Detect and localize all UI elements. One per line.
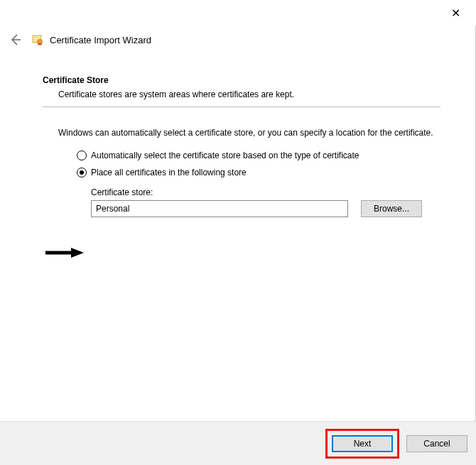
radio-icon-selected (77, 168, 87, 177)
radio-manual-label: Place all certificates in the following … (91, 168, 247, 177)
close-icon[interactable]: ✕ (445, 5, 466, 21)
certificate-store-label: Certificate store: (91, 187, 440, 197)
back-arrow-icon[interactable] (9, 33, 23, 47)
section-heading: Certificate Store (43, 75, 440, 85)
svg-marker-4 (71, 248, 84, 258)
divider (43, 106, 440, 107)
radio-auto-label: Automatically select the certificate sto… (91, 151, 359, 160)
next-button[interactable]: Next (332, 435, 393, 452)
footer: Next Cancel (0, 421, 476, 465)
section-description: Certificate stores are system areas wher… (58, 89, 440, 99)
certificate-store-input[interactable] (91, 200, 348, 217)
radio-icon (77, 151, 87, 160)
annotation-highlight: Next (325, 429, 399, 459)
radio-auto-select[interactable]: Automatically select the certificate sto… (77, 151, 440, 160)
wizard-title: Certificate Import Wizard (50, 35, 151, 45)
cancel-button[interactable]: Cancel (406, 435, 467, 452)
annotation-arrow-icon (44, 246, 84, 259)
radio-manual-store[interactable]: Place all certificates in the following … (77, 168, 440, 177)
certificate-icon (31, 33, 44, 46)
body-text: Windows can automatically select a certi… (58, 127, 440, 139)
browse-button[interactable]: Browse... (361, 200, 422, 217)
